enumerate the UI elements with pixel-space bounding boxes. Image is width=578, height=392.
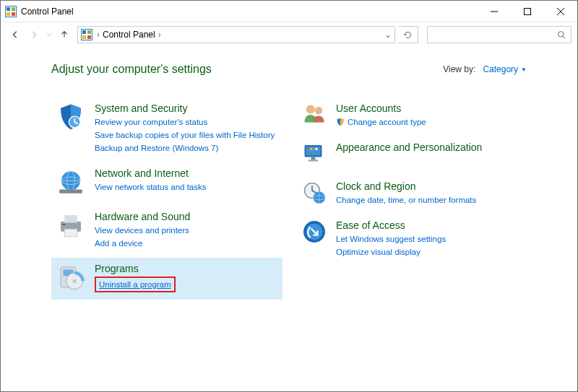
chevron-right-icon: › [158, 30, 161, 40]
recent-dropdown-icon[interactable] [44, 26, 54, 43]
link-network-status[interactable]: View network status and tasks [95, 181, 206, 193]
svg-rect-11 [87, 30, 91, 34]
svg-rect-39 [316, 148, 318, 150]
navigation-bar: › Control Panel › ⌄ [1, 22, 577, 47]
category-appearance: Appearance and Personalization [297, 136, 528, 174]
forward-button[interactable] [25, 26, 43, 43]
link-backup-restore[interactable]: Backup and Restore (Windows 7) [95, 142, 275, 154]
caret-down-icon: ▼ [521, 66, 527, 73]
back-button[interactable] [7, 26, 24, 43]
category-link-hardware[interactable]: Hardware and Sound [95, 210, 190, 223]
svg-rect-26 [62, 224, 66, 225]
chevron-right-icon: › [97, 30, 100, 40]
svg-point-32 [306, 105, 315, 114]
link-change-account-type[interactable]: Change account type [336, 116, 426, 128]
link-date-time-formats[interactable]: Change date, time, or number formats [336, 194, 476, 206]
svg-point-14 [558, 31, 564, 36]
category-user-accounts: User Accounts Change account type [297, 97, 528, 135]
search-icon [557, 30, 566, 40]
minimize-button[interactable] [478, 1, 511, 22]
svg-point-21 [63, 191, 64, 192]
category-hardware-sound: Hardware and Sound View devices and prin… [51, 206, 282, 256]
titlebar: Control Panel [1, 1, 577, 22]
link-suggest-settings[interactable]: Let Windows suggest settings [336, 233, 446, 245]
globe-network-icon [56, 167, 86, 197]
svg-rect-13 [87, 35, 91, 39]
category-link-programs[interactable]: Programs [95, 262, 176, 275]
link-add-device[interactable]: Add a device [95, 238, 190, 249]
window-controls [478, 1, 577, 22]
maximize-button[interactable] [511, 1, 544, 22]
category-network-internet: Network and Internet View network status… [51, 162, 282, 204]
svg-rect-38 [313, 148, 315, 150]
window-title: Control Panel [21, 6, 74, 17]
link-file-history[interactable]: Save backup copies of your files with Fi… [95, 129, 275, 141]
link-review-status[interactable]: Review your computer's status [95, 116, 275, 128]
category-link-system-security[interactable]: System and Security [95, 102, 275, 115]
chevron-down-icon[interactable]: ⌄ [384, 30, 392, 40]
svg-rect-2 [12, 7, 15, 11]
content-header: Adjust your computer's settings View by:… [51, 63, 577, 76]
category-system-security: System and Security Review your computer… [51, 97, 282, 161]
link-uninstall-program[interactable]: Uninstall a program [99, 280, 171, 289]
category-link-appearance[interactable]: Appearance and Personalization [336, 141, 482, 154]
breadcrumb[interactable]: › Control Panel › ⌄ [77, 26, 395, 43]
category-link-network[interactable]: Network and Internet [95, 167, 206, 180]
link-optimize-display[interactable]: Optimize visual display [336, 246, 446, 258]
viewby-dropdown[interactable]: Category ▼ [483, 64, 527, 74]
control-panel-icon [5, 6, 17, 17]
highlight-box: Uninstall a program [95, 276, 176, 292]
disc-box-icon [56, 262, 86, 292]
viewby-control: View by: Category ▼ [443, 64, 527, 74]
viewby-label: View by: [443, 64, 475, 74]
refresh-button[interactable] [398, 26, 418, 43]
up-button[interactable] [56, 26, 73, 43]
ease-of-access-icon [301, 219, 327, 245]
svg-rect-10 [82, 30, 86, 34]
people-icon [301, 102, 327, 128]
svg-line-15 [563, 36, 565, 38]
svg-point-31 [73, 279, 77, 283]
category-ease-of-access: Ease of Access Let Windows suggest setti… [297, 214, 528, 265]
monitor-palette-icon [301, 141, 327, 167]
close-button[interactable] [544, 1, 577, 22]
category-link-users[interactable]: User Accounts [336, 102, 426, 115]
control-panel-icon [81, 29, 92, 40]
svg-point-33 [315, 107, 323, 115]
category-programs: Programs Uninstall a program [51, 258, 282, 300]
svg-point-22 [65, 191, 66, 192]
clock-globe-icon [301, 180, 327, 206]
svg-rect-1 [7, 7, 10, 11]
svg-rect-6 [525, 8, 531, 14]
svg-rect-41 [309, 160, 319, 161]
page-title: Adjust your computer's settings [51, 63, 212, 76]
svg-rect-12 [82, 35, 86, 39]
link-view-devices[interactable]: View devices and printers [95, 225, 190, 236]
svg-rect-25 [64, 229, 77, 237]
svg-rect-40 [311, 157, 316, 160]
category-link-ease[interactable]: Ease of Access [336, 219, 446, 232]
content-area: Adjust your computer's settings View by:… [1, 47, 577, 301]
svg-rect-36 [307, 148, 309, 150]
uac-shield-icon [336, 118, 345, 126]
printer-icon [56, 210, 86, 240]
breadcrumb-item[interactable]: Control Panel [103, 30, 155, 40]
category-link-clock[interactable]: Clock and Region [336, 180, 476, 193]
search-input[interactable] [427, 26, 571, 43]
category-clock-region: Clock and Region Change date, time, or n… [297, 175, 528, 213]
svg-rect-24 [64, 215, 77, 223]
svg-rect-3 [7, 12, 10, 16]
shield-icon [56, 102, 86, 132]
svg-rect-37 [310, 148, 312, 150]
svg-rect-4 [12, 12, 15, 16]
svg-point-27 [77, 224, 79, 226]
viewby-value: Category [483, 64, 518, 74]
